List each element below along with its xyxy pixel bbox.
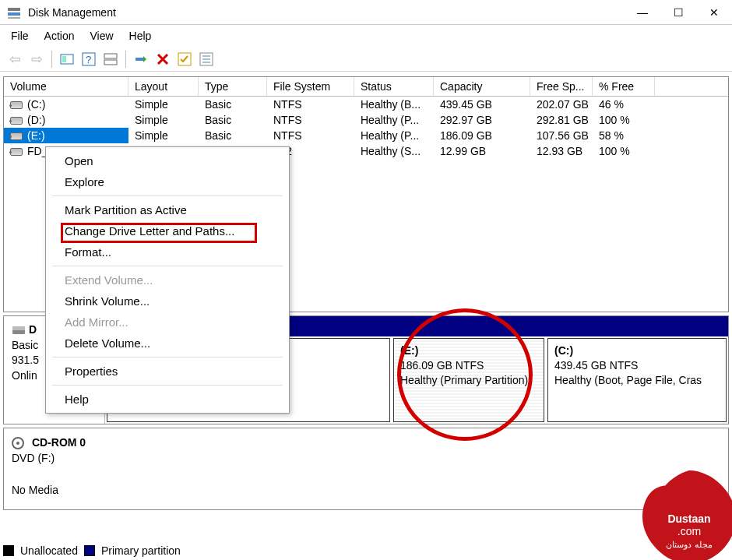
- console-icon: [60, 52, 74, 66]
- volume-capacity: 12.99 GB: [434, 143, 530, 159]
- menubar: File Action View Help: [0, 25, 732, 47]
- volume-layout: Simple: [128, 97, 199, 112]
- svg-rect-0: [8, 8, 20, 11]
- disk-type: Basic: [12, 339, 38, 351]
- svg-rect-9: [135, 58, 143, 61]
- svg-rect-2: [8, 17, 20, 19]
- watermark-text-1: Dustaan: [667, 512, 710, 525]
- volume-status: Healthy (S...: [354, 143, 434, 159]
- disk-state: Onlin: [12, 369, 37, 382]
- cdrom-state: No Media: [12, 484, 58, 496]
- menu-explore[interactable]: Explore: [46, 171, 289, 192]
- menu-help[interactable]: Help: [121, 26, 160, 45]
- col-status[interactable]: Status: [354, 77, 434, 96]
- partition-c[interactable]: (C:) 439.45 GB NTFS Healthy (Boot, Page …: [547, 338, 727, 422]
- col-free[interactable]: Free Sp...: [530, 77, 593, 96]
- volume-status: Healthy (B...: [354, 97, 434, 112]
- svg-rect-4: [62, 56, 66, 62]
- svg-rect-1: [8, 12, 20, 16]
- volume-status: Healthy (P...: [354, 112, 434, 128]
- volume-list-header: Volume Layout Type File System Status Ca…: [4, 77, 728, 97]
- delete-button[interactable]: [154, 51, 171, 68]
- col-pctfree[interactable]: % Free: [593, 77, 655, 96]
- col-layout[interactable]: Layout: [128, 77, 199, 96]
- cdrom-device: DVD (F:): [12, 452, 55, 464]
- menu-add-mirror: Add Mirror...: [46, 312, 289, 333]
- menu-properties[interactable]: Properties: [46, 361, 289, 382]
- arrow-left-icon: ⇦: [9, 51, 21, 68]
- volume-capacity: 439.45 GB: [434, 97, 530, 112]
- drive-icon: [10, 101, 23, 109]
- help-button[interactable]: ?: [80, 51, 97, 68]
- x-icon: [156, 52, 170, 66]
- volume-filesystem: NTFS: [267, 112, 354, 128]
- titlebar: Disk Management — ☐ ✕: [0, 0, 732, 25]
- menu-file[interactable]: File: [3, 26, 37, 45]
- menu-open[interactable]: Open: [46, 150, 289, 171]
- refresh-button[interactable]: [132, 51, 150, 68]
- watermark-tagline: مجله دوستان: [666, 540, 712, 550]
- arrow-right-icon: ⇨: [31, 51, 43, 68]
- volume-capacity: 292.97 GB: [434, 112, 530, 128]
- volume-row[interactable]: (C:)SimpleBasicNTFSHealthy (B...439.45 G…: [4, 97, 728, 112]
- menu-view[interactable]: View: [82, 26, 121, 45]
- menu-action[interactable]: Action: [37, 26, 83, 45]
- nav-back-button[interactable]: ⇦: [6, 51, 23, 68]
- partition-c-size: 439.45 GB NTFS: [554, 359, 638, 372]
- swatch-unallocated: [3, 545, 14, 556]
- volume-free: 107.56 GB: [530, 128, 593, 143]
- legend-unallocated: Unallocated: [20, 544, 78, 557]
- properties-button[interactable]: [58, 51, 76, 68]
- nav-forward-button[interactable]: ⇨: [28, 51, 45, 68]
- volume-type: Basic: [199, 128, 267, 143]
- menu-change-drive-letter[interactable]: Change Drive Letter and Paths...: [46, 220, 289, 241]
- list-icon: [199, 52, 213, 66]
- col-volume[interactable]: Volume: [4, 77, 128, 96]
- partition-e-size: 186.09 GB NTFS: [400, 359, 484, 372]
- layout-icon: [104, 52, 118, 66]
- volume-type: Basic: [199, 112, 267, 128]
- layout-button[interactable]: [102, 51, 119, 68]
- partition-c-title: (C:): [554, 344, 573, 357]
- menu-shrink-volume[interactable]: Shrink Volume...: [46, 291, 289, 312]
- help-icon: ?: [82, 52, 96, 66]
- check-button[interactable]: [176, 51, 193, 68]
- menu-delete-volume[interactable]: Delete Volume...: [46, 333, 289, 354]
- check-icon: [178, 52, 192, 66]
- volume-pctfree: 100 %: [593, 112, 655, 128]
- drive-icon: [10, 132, 23, 140]
- partition-e[interactable]: (E:) 186.09 GB NTFS Healthy (Primary Par…: [393, 338, 544, 422]
- svg-rect-7: [104, 54, 117, 58]
- drive-icon: [10, 148, 23, 156]
- context-menu: Open Explore Mark Partition as Active Ch…: [45, 146, 290, 414]
- cdrom-panel[interactable]: CD-ROM 0 DVD (F:) No Media: [3, 428, 729, 510]
- app-icon: [6, 5, 22, 20]
- col-filesystem[interactable]: File System: [267, 77, 354, 96]
- partition-e-status: Healthy (Primary Partition): [400, 374, 528, 386]
- minimize-button[interactable]: —: [625, 0, 660, 25]
- disk-label: D: [29, 323, 37, 336]
- swatch-primary: [84, 545, 95, 556]
- menu-format[interactable]: Format...: [46, 241, 289, 262]
- window-controls: — ☐ ✕: [625, 0, 732, 25]
- menu-help[interactable]: Help: [46, 389, 289, 410]
- watermark-badge: Dustaan .com مجله دوستان: [639, 467, 732, 560]
- volume-row[interactable]: (E:)SimpleBasicNTFSHealthy (P...186.09 G…: [4, 128, 728, 143]
- close-button[interactable]: ✕: [696, 0, 732, 25]
- volume-row[interactable]: (D:)SimpleBasicNTFSHealthy (P...292.97 G…: [4, 112, 728, 128]
- menu-extend-volume: Extend Volume...: [46, 269, 289, 291]
- disk-size: 931.5: [12, 354, 39, 366]
- menu-mark-active[interactable]: Mark Partition as Active: [46, 199, 289, 220]
- col-type[interactable]: Type: [199, 77, 267, 96]
- watermark-text-2: .com: [677, 525, 701, 537]
- maximize-button[interactable]: ☐: [660, 0, 696, 25]
- col-capacity[interactable]: Capacity: [434, 77, 530, 96]
- settings-button[interactable]: [198, 51, 215, 68]
- toolbar: ⇦ ⇨ ?: [0, 47, 732, 72]
- volume-pctfree: 58 %: [593, 128, 655, 143]
- legend-primary: Primary partition: [101, 544, 181, 557]
- partition-c-status: Healthy (Boot, Page File, Cras: [554, 374, 702, 386]
- cdrom-icon: [12, 437, 24, 449]
- volume-type: Basic: [199, 97, 267, 112]
- volume-layout: Simple: [128, 128, 199, 143]
